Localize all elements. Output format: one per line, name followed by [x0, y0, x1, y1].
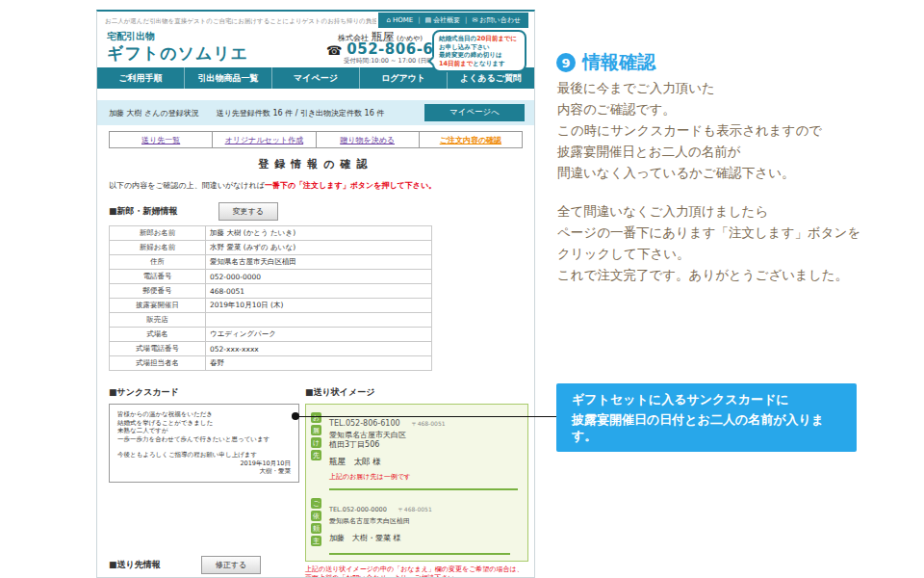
nav-item-logout[interactable]: ログアウト	[359, 67, 447, 89]
instruction-paragraph-2: 全て間違いなくご入力頂けましたら ページの一番下にあります「注文します」ボタンを…	[557, 200, 860, 285]
label-underline	[329, 553, 510, 555]
deadline-notice-bubble: 結婚式当日の20日前までに お申し込み下さい 最終変更の締め切りは 14日前まで…	[432, 30, 526, 72]
separator: |	[418, 16, 420, 24]
nav-item-guide[interactable]: ご利用手順	[97, 67, 184, 89]
table-row: 式場名ウエディングパーク	[110, 328, 432, 342]
label-divider	[329, 488, 518, 490]
tab-original-set[interactable]: オリジナルセット作成	[212, 132, 315, 147]
sender-zip: 〒468-0051	[398, 506, 432, 512]
tab-order-confirm[interactable]: ご注文内容の確認	[419, 132, 522, 147]
annotation-connector-line	[298, 416, 556, 417]
top-links: ⌂ HOME | ▤ 会社概要 | ✉ お問い合わせ	[378, 13, 528, 28]
recipient-example-note: 上記のお届け先は一例です	[329, 472, 520, 482]
site-logo[interactable]: ギフトのソムリエ	[107, 42, 248, 65]
page-title: 登録情報の確認	[97, 157, 534, 171]
tab-choose-gift[interactable]: 贈り物を決める	[316, 132, 419, 147]
phone-icon: ☎	[326, 43, 342, 58]
company-icon: ▤	[424, 16, 431, 24]
invoice-section-title: ■送り状イメージ	[305, 387, 374, 397]
table-row: 新郎お名前加藤 大樹 (かとう たいき)	[110, 226, 432, 241]
registration-status-bar: 加藤 大樹 さんの登録状況 送り先登録件数 16 件 / 引き出物決定件数 16…	[97, 100, 534, 125]
confirm-instruction: 以下の内容をご確認の上、間違いがなければ一番下の「注文します」ボタンを押して下さ…	[109, 180, 534, 191]
top-utility-bar: お二人が選んだ引出物を直接ゲストのご自宅にお届けすることによりゲストのお持ち帰り…	[97, 12, 534, 28]
registration-counts: 送り先登録件数 16 件 / 引き出物決定件数 16 件	[217, 108, 385, 118]
recipient-zip: 〒468-0051	[412, 420, 446, 427]
home-icon: ⌂	[386, 16, 390, 24]
shipping-label-preview: お届け先 TEL.052-806-6100〒468-0051 愛知県名古屋市天白…	[305, 404, 528, 562]
nav-item-products[interactable]: 引出物商品一覧	[184, 67, 271, 89]
sender-name: 加藤 大樹・愛菜 様	[329, 533, 520, 543]
table-row: 販売店	[110, 313, 432, 328]
sender-address: 愛知県名古屋市天白区植田	[329, 516, 520, 526]
table-row: 式場担当者名春野	[110, 356, 432, 371]
table-row: 郵便番号468-0051	[110, 284, 432, 299]
table-row: 住所愛知県名古屋市天白区植田	[110, 255, 432, 270]
couple-section-header: ■新郎・新婦情報 変更する	[109, 202, 534, 221]
label-sender-section: ご依頼主 TEL.052-000-0000〒468-0051 愛知県名古屋市天白…	[329, 497, 520, 555]
step-tabs: 送り先一覧 オリジナルセット作成 贈り物を決める ご注文内容の確認	[109, 131, 523, 148]
sender-tel: TEL.052-000-0000	[329, 506, 387, 513]
site-tagline: お二人が選んだ引出物を直接ゲストのご自宅にお届けすることによりゲストのお持ち帰り…	[105, 17, 376, 26]
thanks-card-preview: 皆様からの温かな祝福をいただき 結婚式を挙げることができました 未熟な二人ですが…	[109, 404, 299, 483]
site-header: 宅配引出物 ギフトのソムリエ 株式会社 瓶屋 (かめや) ☎ 052-806-6…	[97, 28, 534, 67]
step-title: 情報確認	[582, 50, 655, 75]
company-link[interactable]: ▤ 会社概要	[424, 15, 460, 25]
thanks-card-names: 大樹・愛菜	[117, 467, 291, 476]
contact-link[interactable]: ✉ お問い合わせ	[472, 15, 521, 25]
table-row: 式場電話番号052-xxx-xxxx	[110, 342, 432, 356]
invoice-change-note: 上記の送り状イメージの中の「おなまえ」欄の変更をご希望の場合は、 画面上部の「お…	[305, 565, 528, 578]
couple-section-title: ■新郎・新婦情報	[109, 205, 178, 218]
table-row: 新婦お名前水野 愛菜 (みずの あいな)	[110, 241, 432, 255]
recipient-vertical-tab: お届け先	[311, 412, 321, 460]
page-canvas: お二人が選んだ引出物を直接ゲストのご自宅にお届けすることによりゲストのお持ち帰り…	[0, 0, 924, 578]
recipient-address: 愛知県名古屋市天白区植田3丁目506	[329, 431, 520, 450]
edit-couple-button[interactable]: 変更する	[218, 202, 278, 221]
couple-info-table: 新郎お名前加藤 大樹 (かとう たいき) 新婦お名前水野 愛菜 (みずの あいな…	[109, 225, 432, 371]
thanks-card-date: 2019年10月10日	[117, 460, 291, 468]
mypage-button[interactable]: マイページへ	[424, 104, 525, 121]
recipients-section-title: ■送り先情報	[109, 559, 161, 571]
thanks-section-title: ■サンクスカード	[109, 387, 179, 397]
step-heading: 9 情報確認	[556, 50, 655, 75]
sender-vertical-tab: ご依頼主	[311, 498, 321, 546]
mail-icon: ✉	[472, 16, 477, 24]
cards-and-invoice-area: ■サンクスカード 皆様からの温かな祝福をいただき 結婚式を挙げることができました…	[109, 381, 534, 535]
label-recipient-section: お届け先 TEL.052-806-6100〒468-0051 愛知県名古屋市天白…	[329, 411, 520, 482]
user-status-label: 加藤 大樹 さんの登録状況	[109, 108, 199, 118]
edit-recipients-button[interactable]: 修正する	[201, 556, 261, 574]
nav-item-mypage[interactable]: マイページ	[271, 67, 359, 89]
instruction-paragraph-1: 最後に今までご入力頂いた 内容のご確認です。 この時にサンクスカードも表示されま…	[557, 77, 822, 183]
separator: |	[465, 16, 467, 24]
website-screenshot: お二人が選んだ引出物を直接ゲストのご自宅にお届けすることによりゲストのお持ち帰り…	[96, 10, 535, 578]
tab-recipient-list[interactable]: 送り先一覧	[110, 132, 212, 147]
invoice-column: ■送り状イメージ お届け先 TEL.052-806-6100〒468-0051 …	[305, 381, 528, 578]
recipient-name: 瓶屋 太郎 様	[329, 457, 520, 468]
home-link[interactable]: ⌂ HOME	[386, 16, 413, 24]
service-type-label: 宅配引出物	[107, 30, 155, 43]
thanks-card-callout: ギフトセットに入るサンクスカードに 披露宴開催日の日付とお二人の名前が入ります。	[556, 383, 857, 452]
recipient-tel: TEL.052-806-6100	[329, 419, 400, 428]
table-row: 披露宴開催日2019年10月10日 (木)	[110, 299, 432, 313]
table-row: 電話番号052-000-0000	[110, 270, 432, 284]
step-number-badge: 9	[556, 53, 576, 72]
